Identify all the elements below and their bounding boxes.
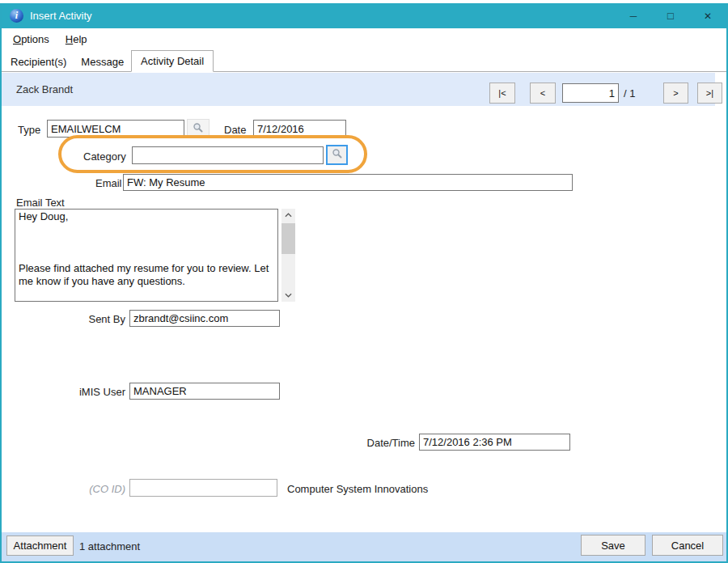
tab-recipients[interactable]: Recipient(s) [3, 53, 74, 71]
save-button[interactable]: Save [581, 535, 645, 556]
email-text-label: Email Text [16, 197, 65, 209]
email-text-scrollbar[interactable] [281, 209, 295, 302]
scrollbar-thumb[interactable] [281, 223, 295, 254]
menu-item-help[interactable]: Help [57, 29, 95, 49]
close-icon[interactable]: ✕ [689, 3, 726, 28]
menu-item-options[interactable]: Options [5, 29, 57, 49]
attachment-count-label: 1 attachment [79, 540, 140, 552]
co-id-input[interactable] [129, 479, 277, 497]
category-input[interactable] [132, 146, 324, 164]
company-name-label: Computer System Innovations [287, 483, 428, 495]
tab-message[interactable]: Message [74, 53, 131, 71]
window-controls: ─ □ ✕ [615, 3, 726, 28]
co-id-label: (CO ID) [49, 483, 125, 495]
imis-user-label: iMIS User [49, 386, 125, 398]
tab-activity-detail[interactable]: Activity Detail [131, 50, 214, 72]
app-icon: i [10, 9, 23, 23]
menu-bar: Options Help [2, 28, 726, 50]
date-label: Date [224, 124, 246, 136]
scroll-up-icon[interactable] [281, 209, 295, 222]
insert-activity-window: i Insert Activity ─ □ ✕ Options Help Rec… [0, 0, 728, 563]
type-label: Type [18, 124, 40, 136]
maximize-icon[interactable]: □ [652, 3, 689, 28]
minimize-icon[interactable]: ─ [615, 3, 652, 28]
search-icon [332, 148, 343, 162]
scroll-down-icon[interactable] [281, 289, 295, 302]
nav-prev-button[interactable]: < [530, 83, 556, 104]
type-input[interactable] [47, 120, 184, 138]
nav-last-button[interactable]: >| [697, 83, 722, 104]
nav-next-button[interactable]: > [663, 83, 688, 104]
datetime-label: Date/Time [348, 437, 415, 449]
attachment-button[interactable]: Attachment [6, 535, 74, 556]
email-text-area[interactable]: Hey Doug, Please find attached my resume… [15, 209, 278, 302]
page-total-label: / 1 [624, 87, 635, 99]
category-label: Category [83, 150, 126, 163]
imis-user-input[interactable] [129, 383, 280, 400]
date-input[interactable] [253, 120, 346, 138]
nav-first-button[interactable]: |< [489, 83, 515, 104]
tab-strip: Recipient(s) Message Activity Detail [2, 50, 726, 72]
sent-by-input[interactable] [129, 310, 280, 327]
cancel-button[interactable]: Cancel [652, 535, 723, 556]
title-bar: i Insert Activity ─ □ ✕ [2, 3, 726, 28]
email-subject-input[interactable] [123, 174, 573, 191]
scrollbar-track[interactable] [281, 222, 295, 289]
sent-by-label: Sent By [49, 313, 125, 325]
window-title: Insert Activity [30, 10, 92, 22]
type-lookup-button[interactable] [187, 119, 210, 138]
search-icon [193, 122, 204, 136]
email-label: Email [95, 177, 122, 189]
datetime-input[interactable] [419, 434, 570, 451]
page-number-input[interactable] [562, 83, 619, 103]
category-lookup-button[interactable] [326, 145, 348, 165]
record-name: Zack Brandt [16, 83, 73, 95]
